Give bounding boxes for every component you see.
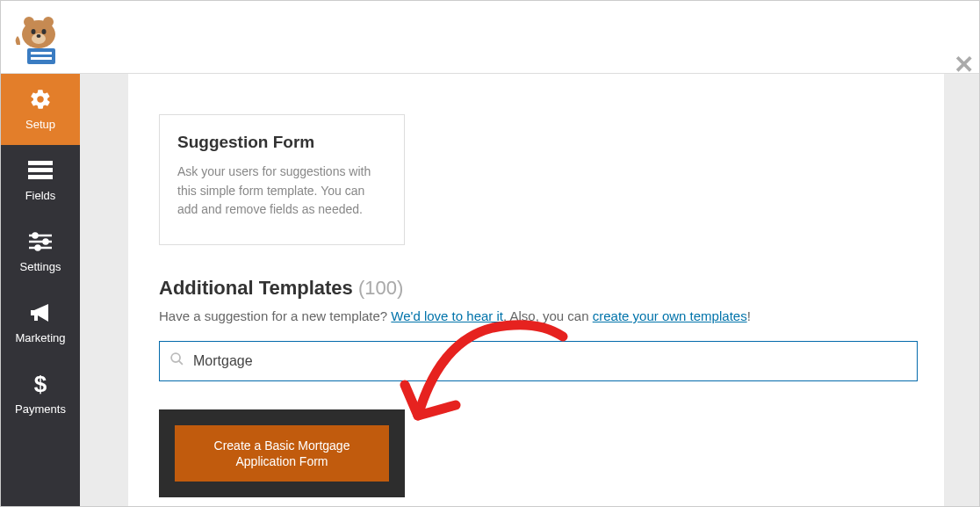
svg-point-16 <box>33 234 38 238</box>
svg-point-3 <box>32 29 36 34</box>
svg-line-21 <box>179 361 183 365</box>
svg-point-4 <box>42 29 47 34</box>
template-card-suggestion[interactable]: Suggestion Form Ask your users for sugge… <box>159 114 405 245</box>
svg-rect-8 <box>31 52 52 54</box>
svg-rect-9 <box>31 57 52 60</box>
megaphone-icon <box>29 301 52 324</box>
sub-prefix: Have a suggestion for a new template? <box>159 308 391 323</box>
sidebar-item-fields[interactable]: Fields <box>1 145 80 216</box>
list-icon <box>28 159 53 182</box>
svg-text:$: $ <box>34 373 47 395</box>
sidebar-item-settings[interactable]: Settings <box>1 216 80 287</box>
sidebar-label: Payments <box>15 402 66 416</box>
sub-middle: . Also, you can <box>503 308 593 323</box>
main-panel: Suggestion Form Ask your users for sugge… <box>128 74 944 506</box>
content-area: Setup Suggestion Form Ask your users for… <box>80 74 979 506</box>
search-wrapper <box>159 341 918 381</box>
svg-point-18 <box>36 246 40 250</box>
template-search-input[interactable] <box>159 341 918 381</box>
card-description: Ask your users for suggestions with this… <box>177 163 386 220</box>
create-own-link[interactable]: create your own templates <box>593 308 747 323</box>
svg-point-20 <box>171 353 180 362</box>
svg-rect-11 <box>28 168 53 172</box>
sidebar-item-payments[interactable]: $ Payments <box>1 359 80 430</box>
sliders-icon <box>29 230 52 253</box>
sidebar-item-marketing[interactable]: Marketing <box>1 287 80 359</box>
sub-suffix: ! <box>747 308 751 323</box>
svg-point-6 <box>37 34 41 38</box>
gear-icon <box>29 88 52 111</box>
svg-rect-12 <box>28 175 53 179</box>
svg-rect-7 <box>27 48 55 64</box>
svg-point-17 <box>44 240 48 244</box>
sidebar-label: Fields <box>25 189 56 202</box>
additional-templates-subtext: Have a suggestion for a new template? We… <box>159 308 918 323</box>
sidebar: Setup Fields Settings Marketing $ Paymen… <box>1 74 80 507</box>
sidebar-label: Settings <box>20 260 61 273</box>
heading-text: Additional Templates <box>159 277 353 299</box>
search-icon <box>169 351 184 371</box>
template-count: (100) <box>358 277 403 299</box>
top-bar: ✕ <box>1 1 979 74</box>
sidebar-label: Marketing <box>15 331 65 344</box>
sidebar-label: Setup <box>25 118 55 131</box>
additional-templates-heading: Additional Templates (100) <box>159 277 918 300</box>
sidebar-item-setup[interactable]: Setup <box>1 74 80 145</box>
svg-rect-10 <box>28 161 53 165</box>
card-title: Suggestion Form <box>177 133 386 152</box>
logo <box>11 17 66 65</box>
create-template-button[interactable]: Create a Basic Mortgage Application Form <box>175 425 389 482</box>
suggestion-link[interactable]: We'd love to hear it <box>391 308 503 323</box>
dollar-icon: $ <box>33 373 47 395</box>
search-result-box: Create a Basic Mortgage Application Form <box>159 409 405 497</box>
